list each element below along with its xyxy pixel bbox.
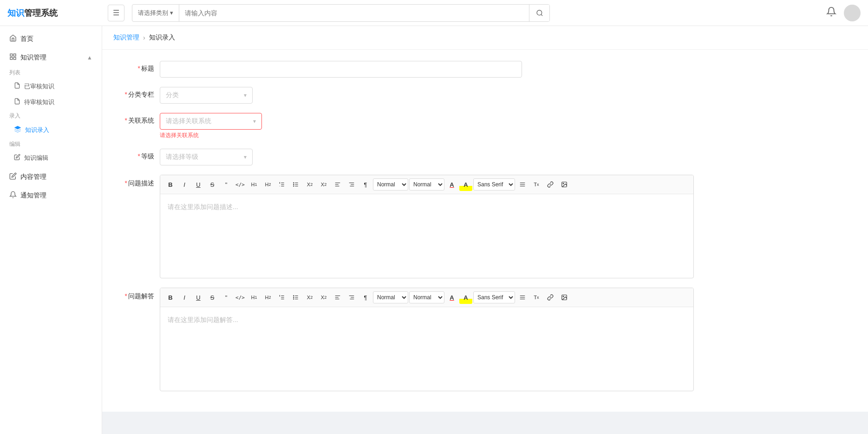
sol-h2-button[interactable]: H2 <box>261 291 274 304</box>
clear-format-button[interactable]: Tx <box>530 178 543 191</box>
sidebar-item-knowledge-entry[interactable]: 知识录入 <box>0 122 102 138</box>
logo: 知识管理系统 <box>7 7 100 19</box>
search-category-dropdown[interactable]: 请选择类别 ▾ <box>132 5 179 21</box>
highlight-button[interactable]: A <box>459 178 472 191</box>
form-row-problem-desc: *问题描述 B I U S " </> H1 H2 <box>117 175 853 278</box>
sidebar-item-content-mgmt[interactable]: 内容管理 <box>0 168 102 186</box>
title-input[interactable] <box>160 61 522 78</box>
align-left-button[interactable] <box>331 178 344 191</box>
avatar[interactable] <box>844 5 861 21</box>
content-mgmt-icon <box>9 172 17 182</box>
sol-italic-button[interactable]: I <box>178 291 191 304</box>
indent-button[interactable]: ¶ <box>359 178 372 191</box>
sol-indent-button[interactable]: ¶ <box>359 291 372 304</box>
entry-section-label: 录入 <box>0 110 102 122</box>
italic-button[interactable]: I <box>178 178 191 191</box>
sol-justify-button[interactable] <box>516 291 529 304</box>
ordered-list-button[interactable] <box>275 178 288 191</box>
image-button[interactable] <box>558 178 571 191</box>
sol-quote-button[interactable]: " <box>220 291 233 304</box>
breadcrumb-current: 知识录入 <box>149 33 175 42</box>
related-system-select[interactable]: 请选择关联系统 ▾ <box>160 113 262 130</box>
font-color-button[interactable]: A <box>445 178 458 191</box>
search-bar: 请选择类别 ▾ <box>132 4 550 22</box>
search-category-label: 请选择类别 <box>138 9 168 17</box>
category-select[interactable]: 分类 ▾ <box>160 87 253 104</box>
level-select-wrapper: 请选择等级 ▾ <box>160 149 253 165</box>
sol-line-height-select[interactable]: Normal 1.5 2.0 <box>409 291 444 303</box>
svg-rect-2 <box>10 54 13 56</box>
main-content: 知识管理 › 知识录入 *标题 *分类专栏 <box>102 26 868 434</box>
sidebar-item-home[interactable]: 首页 <box>0 30 102 48</box>
problem-solution-content[interactable]: 请在这里添加问题解答... <box>160 307 693 391</box>
level-select[interactable]: 请选择等级 ▾ <box>160 149 253 165</box>
notification-bell-icon[interactable] <box>826 7 836 19</box>
subscript-button[interactable]: X2 <box>303 178 316 191</box>
problem-desc-toolbar: B I U S " </> H1 H2 <box>160 175 693 194</box>
sol-ordered-list-button[interactable] <box>275 291 288 304</box>
sol-unordered-list-button[interactable] <box>289 291 302 304</box>
sol-code-button[interactable]: </> <box>234 291 247 304</box>
sol-align-left-button[interactable] <box>331 291 344 304</box>
font-size-select[interactable]: Normal Small Large <box>373 178 408 191</box>
justify-button[interactable] <box>516 178 529 191</box>
list-section-label: 列表 <box>0 67 102 79</box>
sidebar-item-pending[interactable]: 待审核知识 <box>0 94 102 110</box>
search-input[interactable] <box>179 5 529 21</box>
link-button[interactable] <box>544 178 557 191</box>
form-container: *标题 *分类专栏 分类 ▾ <box>102 50 868 412</box>
knowledge-mgmt-label: 知识管理 <box>20 53 46 62</box>
sol-highlight-button[interactable]: A <box>459 291 472 304</box>
quote-button[interactable]: " <box>220 178 233 191</box>
sol-link-button[interactable] <box>544 291 557 304</box>
sidebar-item-reviewed[interactable]: 已审核知识 <box>0 79 102 94</box>
h1-button[interactable]: H1 <box>248 178 261 191</box>
sol-clear-format-button[interactable]: Tx <box>530 291 543 304</box>
sol-underline-button[interactable]: U <box>192 291 205 304</box>
bold-button[interactable]: B <box>164 178 177 191</box>
search-category-arrow: ▾ <box>170 9 173 16</box>
code-button[interactable]: </> <box>234 178 247 191</box>
sidebar-item-knowledge-edit[interactable]: 知识编辑 <box>0 150 102 166</box>
sol-font-color-button[interactable]: A <box>445 291 458 304</box>
problem-desc-content[interactable]: 请在这里添加问题描述... <box>160 194 693 278</box>
related-system-error-msg: 请选择关联系统 <box>160 132 853 139</box>
h2-button[interactable]: H2 <box>261 178 274 191</box>
sidebar-group-knowledge[interactable]: 知识管理 ▲ <box>0 48 102 67</box>
strikethrough-button[interactable]: S <box>206 178 219 191</box>
unordered-list-button[interactable] <box>289 178 302 191</box>
sol-subscript-button[interactable]: X2 <box>303 291 316 304</box>
font-family-select[interactable]: Sans Serif Serif Monospace <box>473 178 515 191</box>
sol-font-size-select[interactable]: Normal Small Large <box>373 291 408 303</box>
sol-align-right-button[interactable] <box>345 291 358 304</box>
search-icon <box>536 9 543 17</box>
align-right-button[interactable] <box>345 178 358 191</box>
sol-bold-button[interactable]: B <box>164 291 177 304</box>
svg-point-13 <box>294 183 294 183</box>
breadcrumb-parent[interactable]: 知识管理 <box>113 33 139 42</box>
header: 知识管理系统 ☰ 请选择类别 ▾ <box>0 0 868 26</box>
menu-toggle-button[interactable]: ☰ <box>108 5 124 21</box>
logo-text: 知识管理系统 <box>7 7 58 19</box>
sol-strikethrough-button[interactable]: S <box>206 291 219 304</box>
sidebar-item-notice-mgmt[interactable]: 通知管理 <box>0 186 102 205</box>
category-field: 分类 ▾ <box>160 87 853 104</box>
level-arrow-icon: ▾ <box>244 154 247 160</box>
pending-label: 待审核知识 <box>24 98 54 106</box>
search-button[interactable] <box>529 5 549 21</box>
form-row-level: *等级 请选择等级 ▾ <box>117 149 853 165</box>
superscript-button[interactable]: X2 <box>317 178 330 191</box>
sol-font-family-select[interactable]: Sans Serif Serif Monospace <box>473 291 515 303</box>
knowledge-entry-label: 知识录入 <box>25 126 49 134</box>
line-height-select[interactable]: Normal 1.5 2.0 <box>409 178 444 191</box>
level-field: 请选择等级 ▾ <box>160 149 853 165</box>
sol-superscript-button[interactable]: X2 <box>317 291 330 304</box>
underline-button[interactable]: U <box>192 178 205 191</box>
related-system-arrow-icon: ▾ <box>253 118 256 125</box>
sol-h1-button[interactable]: H1 <box>248 291 261 304</box>
svg-point-33 <box>294 296 294 296</box>
reviewed-label: 已审核知识 <box>24 82 54 91</box>
level-label: *等级 <box>117 149 154 161</box>
svg-point-14 <box>294 184 294 184</box>
sol-image-button[interactable] <box>558 291 571 304</box>
